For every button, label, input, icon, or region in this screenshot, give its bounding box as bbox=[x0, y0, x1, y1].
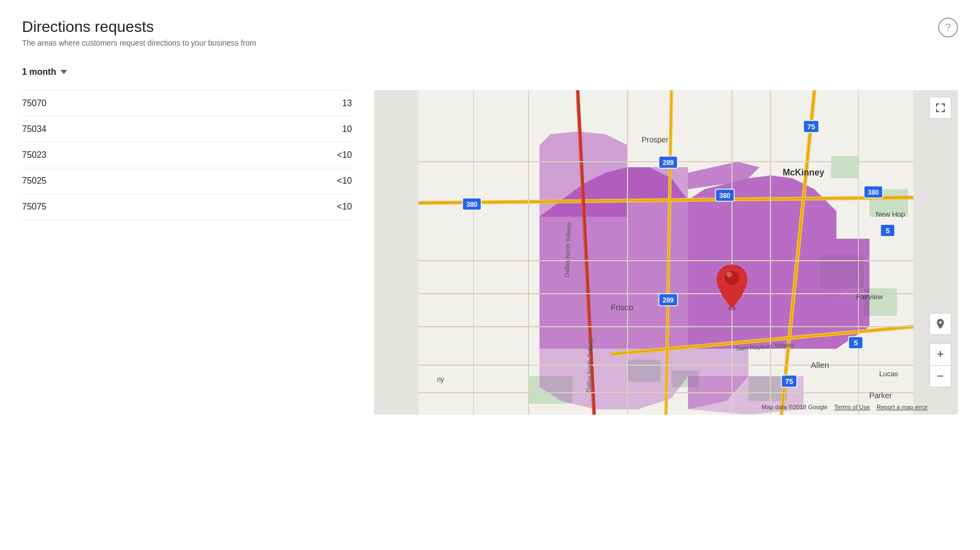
header-row: Directions requests The areas where cust… bbox=[22, 18, 958, 63]
svg-text:75: 75 bbox=[785, 377, 793, 386]
svg-point-75 bbox=[725, 271, 739, 285]
expand-map-button[interactable] bbox=[929, 97, 951, 119]
svg-text:289: 289 bbox=[663, 296, 674, 304]
svg-text:Frisco: Frisco bbox=[611, 302, 634, 312]
table-row: 75034 10 bbox=[22, 117, 352, 142]
directions-map[interactable]: 75 380 380 380 289 289 5 bbox=[374, 90, 958, 415]
zip-count-value: 10 bbox=[342, 124, 352, 134]
table-row: 75070 13 bbox=[22, 90, 352, 117]
svg-text:New Hop: New Hop bbox=[876, 210, 905, 218]
table-row: 75023 <10 bbox=[22, 142, 352, 168]
zip-count-value: <10 bbox=[337, 176, 352, 186]
svg-text:380: 380 bbox=[719, 192, 730, 200]
svg-text:380: 380 bbox=[868, 189, 879, 196]
help-button[interactable]: ? bbox=[938, 18, 958, 37]
svg-text:Prosper: Prosper bbox=[641, 135, 668, 144]
svg-text:Parker: Parker bbox=[869, 391, 892, 400]
zip-code-label: 75034 bbox=[22, 124, 47, 134]
zip-count-value: <10 bbox=[337, 202, 352, 212]
location-button[interactable] bbox=[929, 313, 951, 335]
zip-count-value: 13 bbox=[342, 98, 352, 108]
location-icon bbox=[934, 318, 946, 330]
svg-text:5: 5 bbox=[854, 339, 857, 347]
zoom-in-button[interactable]: + bbox=[929, 343, 951, 365]
svg-text:289: 289 bbox=[663, 159, 674, 167]
svg-text:Fairview: Fairview bbox=[856, 293, 883, 301]
svg-text:Allen: Allen bbox=[811, 360, 829, 370]
page-subtitle: The areas where customers request direct… bbox=[22, 38, 256, 47]
svg-point-76 bbox=[726, 272, 732, 277]
terms-of-use-link[interactable]: Terms of Use bbox=[834, 404, 870, 410]
zip-count-value: <10 bbox=[337, 150, 352, 160]
svg-text:ny: ny bbox=[437, 376, 444, 383]
report-map-error-link[interactable]: Report a map error bbox=[877, 404, 928, 410]
map-attribution: Map data ©2018 Google Terms of Use Repor… bbox=[762, 404, 928, 410]
svg-text:5: 5 bbox=[885, 227, 889, 235]
svg-marker-14 bbox=[539, 217, 688, 349]
svg-marker-17 bbox=[627, 167, 688, 200]
svg-text:Lucas: Lucas bbox=[879, 370, 899, 378]
zip-code-label: 75025 bbox=[22, 176, 47, 186]
svg-rect-7 bbox=[831, 156, 858, 178]
svg-text:75: 75 bbox=[807, 123, 815, 131]
map-data-text: Map data ©2018 Google bbox=[762, 404, 828, 410]
map-svg: 75 380 380 380 289 289 5 bbox=[374, 90, 958, 415]
zip-code-label: 75070 bbox=[22, 98, 47, 108]
header-left: Directions requests The areas where cust… bbox=[22, 18, 256, 63]
zoom-out-button[interactable]: − bbox=[929, 365, 951, 387]
expand-icon bbox=[935, 102, 946, 113]
dropdown-arrow-icon bbox=[60, 70, 67, 74]
zoom-controls: + − bbox=[929, 343, 951, 387]
time-filter-dropdown[interactable]: 1 month bbox=[22, 67, 958, 77]
zip-code-label: 75023 bbox=[22, 150, 47, 160]
time-filter-label: 1 month bbox=[22, 67, 56, 77]
page-container: Directions requests The areas where cust… bbox=[0, 0, 980, 432]
svg-text:380: 380 bbox=[466, 201, 477, 208]
main-content: 75070 13 75034 10 75023 <10 75025 <10 75… bbox=[22, 90, 958, 415]
zip-code-label: 75075 bbox=[22, 202, 47, 212]
table-row: 75075 <10 bbox=[22, 194, 352, 220]
table-row: 75025 <10 bbox=[22, 168, 352, 194]
zip-code-table: 75070 13 75034 10 75023 <10 75025 <10 75… bbox=[22, 90, 352, 220]
page-title: Directions requests bbox=[22, 18, 256, 36]
svg-text:McKinney: McKinney bbox=[783, 168, 824, 177]
